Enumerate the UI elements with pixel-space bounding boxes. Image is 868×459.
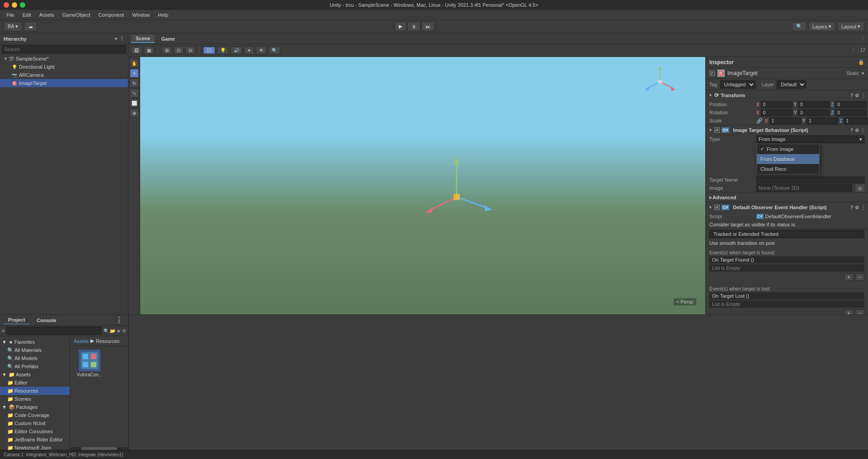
img-target-question-icon[interactable]: ? [850, 128, 853, 133]
image-target-header[interactable]: ▼ ✓ C# Image Target Behaviour (Script) ?… [706, 125, 868, 135]
status-value[interactable]: Tracked or Extended Tracked [709, 230, 864, 238]
proj-editor-coroutines[interactable]: 📁 Editor Coroutines [0, 427, 70, 436]
rot-x-input[interactable] [761, 109, 793, 116]
proj-all-materials[interactable]: 🔍 All Materials [0, 346, 70, 354]
pos-z-input[interactable] [835, 101, 867, 108]
proj-code-coverage[interactable]: 📁 Code Coverage [0, 411, 70, 419]
maximize-button[interactable] [20, 2, 25, 8]
hierarchy-search[interactable] [2, 45, 126, 53]
light-btn[interactable]: 💡 [217, 47, 229, 54]
observer-question-icon[interactable]: ? [850, 205, 853, 210]
transform-gear-icon[interactable]: ⚙ [855, 93, 859, 98]
menu-gameobject[interactable]: GameObject [59, 11, 94, 19]
scale-z-input[interactable] [844, 117, 868, 124]
proj-assets[interactable]: ▼ 📁 Assets [0, 370, 70, 379]
scale-tool[interactable]: ⤡ [130, 89, 139, 98]
transform-tool[interactable]: ⊕ [130, 108, 139, 117]
draw-mode-btn[interactable]: 🖼 [131, 47, 142, 54]
tab-game[interactable]: Game [156, 35, 179, 42]
menu-assets[interactable]: Assets [36, 11, 58, 19]
close-button[interactable] [4, 2, 9, 8]
project-scrollbar[interactable] [70, 447, 128, 450]
path-resources[interactable]: Resources [96, 338, 120, 344]
hierarchy-add-btn[interactable]: + [115, 36, 118, 42]
fx-btn[interactable]: ✦ [244, 47, 254, 54]
script-value[interactable]: DefaultObserverEventHandler [765, 214, 864, 219]
menu-edit[interactable]: Edit [19, 11, 35, 19]
project-add-btn[interactable]: + [2, 328, 5, 333]
image-value[interactable]: None (Texture 2D) [756, 184, 852, 192]
tag-select[interactable]: Untagged [720, 80, 755, 89]
audio-btn[interactable]: 🔊 [231, 47, 242, 54]
hierarchy-scene[interactable]: ▼ 🎬 SampleScene* [0, 55, 128, 63]
layer-select[interactable]: Default [777, 80, 806, 89]
proj-editor[interactable]: 📁 Editor [0, 379, 70, 387]
transform-header[interactable]: ▼ ⟳ Transform ? ⚙ ⋮ [706, 90, 868, 100]
proj-scenes[interactable]: 📁 Scenes [0, 395, 70, 403]
scale-x-input[interactable] [769, 117, 801, 124]
move-tool[interactable]: ✛ [130, 69, 139, 78]
path-assets[interactable]: Assets [74, 338, 89, 344]
object-name[interactable]: ImageTarget [727, 70, 844, 76]
img-target-active[interactable]: ✓ [714, 127, 720, 133]
rotate-tool[interactable]: ↻ [130, 79, 139, 88]
layers-dropdown[interactable]: Layers ▾ [808, 22, 835, 31]
project-menu-btn[interactable]: ⋮ [113, 316, 124, 324]
gizmos-btn[interactable]: 👁 [256, 47, 267, 54]
minimize-button[interactable] [12, 2, 17, 8]
img-target-gear-icon[interactable]: ⚙ [855, 128, 859, 133]
proj-packages[interactable]: ▼ 📦 Packages [0, 403, 70, 411]
events-lost-remove-btn[interactable]: − [855, 309, 864, 314]
menu-component[interactable]: Component [94, 11, 127, 19]
proj-newtonsoft[interactable]: 📁 Newtonsoft Json [0, 444, 70, 450]
events-found-add-btn[interactable]: + [844, 273, 853, 281]
account-dropdown[interactable]: BA ▾ [4, 22, 22, 31]
hand-tool[interactable]: ✋ [130, 59, 139, 68]
dropdown-cloud-reco[interactable]: Cloud Reco [757, 164, 819, 174]
observer-active[interactable]: ✓ [714, 205, 720, 210]
proj-resources[interactable]: 📁 Resources [0, 387, 70, 395]
advanced-section[interactable]: ▶ Advanced [706, 192, 868, 202]
rot-y-input[interactable] [798, 109, 830, 116]
proj-favorites[interactable]: ▼ ★ Favorites [0, 338, 70, 346]
active-checkbox[interactable]: ✓ [709, 70, 715, 76]
grid-btn[interactable]: ⊞ [162, 47, 172, 54]
project-search-input[interactable] [6, 327, 101, 335]
dropdown-from-database[interactable]: From Database [757, 154, 819, 164]
menu-help[interactable]: Help [154, 11, 172, 19]
transform-dots-icon[interactable]: ⋮ [861, 93, 865, 98]
menu-window[interactable]: Window [128, 11, 153, 19]
search-btn[interactable]: 🔍 [792, 22, 807, 31]
observer-dots-icon[interactable]: ⋮ [861, 205, 865, 210]
proj-custom-nunit[interactable]: 📁 Custom NUnit [0, 419, 70, 427]
static-arrow[interactable]: ▾ [862, 70, 864, 76]
tab-console[interactable]: Console [32, 317, 61, 324]
observer-header[interactable]: ▼ ✓ C# Default Observer Event Handler (S… [706, 202, 868, 212]
hierarchy-arcamera[interactable]: 📷 ARCamera [0, 71, 128, 79]
hierarchy-directional-light[interactable]: 💡 Directional Light [0, 63, 128, 71]
events-lost-add-btn[interactable]: + [844, 309, 853, 314]
dropdown-from-image[interactable]: ✓ From Image [757, 144, 819, 154]
pause-button[interactable]: ⏸ [407, 22, 420, 31]
hierarchy-menu-btn[interactable]: ⋮ [119, 36, 124, 42]
type-dropdown-btn[interactable]: From Image ▾ [756, 136, 864, 143]
view-btn[interactable]: ⊟ [185, 47, 195, 54]
scene-view[interactable]: < Persp [140, 57, 705, 314]
inspector-lock-icon[interactable]: 🔒 [858, 59, 864, 65]
rot-z-input[interactable] [835, 109, 867, 116]
pos-y-input[interactable] [798, 101, 830, 108]
2d-btn[interactable]: 2D [203, 47, 215, 54]
project-scroll-thumb[interactable] [81, 447, 117, 450]
rect-tool[interactable]: ⬜ [130, 98, 139, 108]
play-button[interactable]: ▶ [395, 22, 406, 31]
proj-all-prefabs[interactable]: 🔍 All Prefabs [0, 362, 70, 370]
tab-project[interactable]: Project [4, 316, 29, 324]
scene-menu-btn[interactable]: ⋮ [860, 36, 865, 42]
tab-scene[interactable]: Scene [131, 35, 155, 43]
search-scene-btn[interactable]: 🔍 [269, 47, 280, 54]
menu-file[interactable]: File [3, 11, 18, 19]
img-target-dots-icon[interactable]: ⋮ [861, 128, 865, 133]
hierarchy-imagetarget[interactable]: 🎯 ImageTarget [0, 79, 128, 87]
cloud-btn[interactable]: ☁ [24, 22, 37, 31]
scale-lock-icon[interactable]: 🔗 [756, 118, 763, 124]
